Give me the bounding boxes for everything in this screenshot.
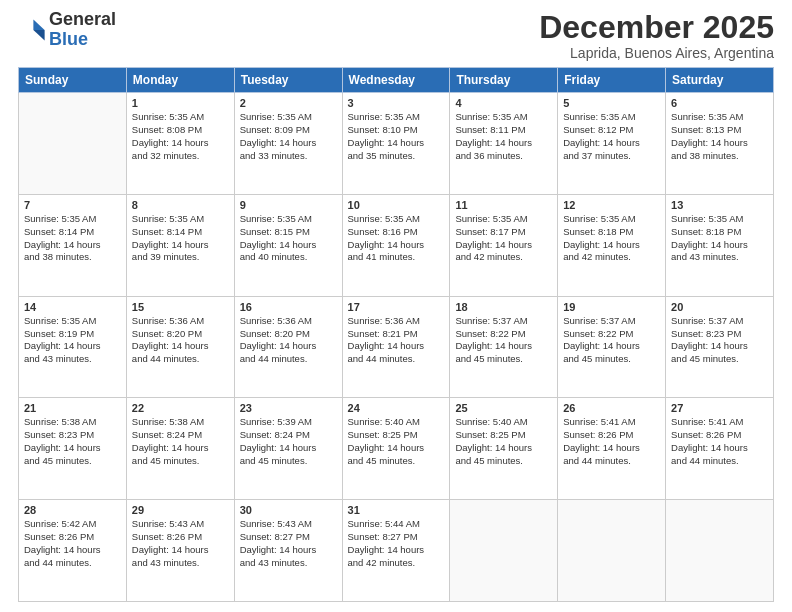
sunrise-text: Sunrise: 5:38 AM — [132, 416, 229, 429]
calendar-cell — [666, 500, 774, 602]
sunrise-text: Sunrise: 5:40 AM — [455, 416, 552, 429]
calendar-cell: 27Sunrise: 5:41 AMSunset: 8:26 PMDayligh… — [666, 398, 774, 500]
calendar-cell: 16Sunrise: 5:36 AMSunset: 8:20 PMDayligh… — [234, 296, 342, 398]
title-block: December 2025 Laprida, Buenos Aires, Arg… — [539, 10, 774, 61]
daylight-text: Daylight: 14 hours — [240, 544, 337, 557]
sunset-text: Sunset: 8:17 PM — [455, 226, 552, 239]
daylight-text: Daylight: 14 hours — [132, 137, 229, 150]
daylight-extra-text: and 39 minutes. — [132, 251, 229, 264]
daylight-text: Daylight: 14 hours — [24, 544, 121, 557]
day-number: 31 — [348, 504, 445, 516]
day-number: 16 — [240, 301, 337, 313]
daylight-text: Daylight: 14 hours — [455, 137, 552, 150]
weekday-header: Tuesday — [234, 68, 342, 93]
day-number: 10 — [348, 199, 445, 211]
sunrise-text: Sunrise: 5:35 AM — [671, 111, 768, 124]
calendar-cell: 24Sunrise: 5:40 AMSunset: 8:25 PMDayligh… — [342, 398, 450, 500]
calendar-cell — [19, 93, 127, 195]
calendar-cell: 2Sunrise: 5:35 AMSunset: 8:09 PMDaylight… — [234, 93, 342, 195]
sunrise-text: Sunrise: 5:38 AM — [24, 416, 121, 429]
day-number: 29 — [132, 504, 229, 516]
svg-marker-0 — [33, 19, 44, 30]
calendar-cell: 20Sunrise: 5:37 AMSunset: 8:23 PMDayligh… — [666, 296, 774, 398]
calendar-cell: 11Sunrise: 5:35 AMSunset: 8:17 PMDayligh… — [450, 194, 558, 296]
sunrise-text: Sunrise: 5:43 AM — [132, 518, 229, 531]
header: General Blue December 2025 Laprida, Buen… — [18, 10, 774, 61]
daylight-extra-text: and 45 minutes. — [24, 455, 121, 468]
sunrise-text: Sunrise: 5:44 AM — [348, 518, 445, 531]
daylight-text: Daylight: 14 hours — [455, 442, 552, 455]
sunset-text: Sunset: 8:27 PM — [240, 531, 337, 544]
day-number: 21 — [24, 402, 121, 414]
calendar-cell: 22Sunrise: 5:38 AMSunset: 8:24 PMDayligh… — [126, 398, 234, 500]
day-number: 11 — [455, 199, 552, 211]
calendar-week-row: 21Sunrise: 5:38 AMSunset: 8:23 PMDayligh… — [19, 398, 774, 500]
calendar-week-row: 28Sunrise: 5:42 AMSunset: 8:26 PMDayligh… — [19, 500, 774, 602]
daylight-extra-text: and 44 minutes. — [671, 455, 768, 468]
day-number: 28 — [24, 504, 121, 516]
weekday-header: Friday — [558, 68, 666, 93]
sunset-text: Sunset: 8:26 PM — [24, 531, 121, 544]
calendar-cell: 25Sunrise: 5:40 AMSunset: 8:25 PMDayligh… — [450, 398, 558, 500]
daylight-extra-text: and 42 minutes. — [455, 251, 552, 264]
sunrise-text: Sunrise: 5:35 AM — [132, 213, 229, 226]
calendar-cell: 26Sunrise: 5:41 AMSunset: 8:26 PMDayligh… — [558, 398, 666, 500]
sunset-text: Sunset: 8:26 PM — [671, 429, 768, 442]
day-number: 30 — [240, 504, 337, 516]
daylight-text: Daylight: 14 hours — [132, 239, 229, 252]
daylight-text: Daylight: 14 hours — [348, 137, 445, 150]
day-number: 15 — [132, 301, 229, 313]
sunrise-text: Sunrise: 5:36 AM — [348, 315, 445, 328]
weekday-header-row: SundayMondayTuesdayWednesdayThursdayFrid… — [19, 68, 774, 93]
sunrise-text: Sunrise: 5:35 AM — [240, 111, 337, 124]
day-number: 4 — [455, 97, 552, 109]
sunrise-text: Sunrise: 5:40 AM — [348, 416, 445, 429]
sunset-text: Sunset: 8:12 PM — [563, 124, 660, 137]
daylight-extra-text: and 45 minutes. — [455, 353, 552, 366]
daylight-extra-text: and 45 minutes. — [455, 455, 552, 468]
sunset-text: Sunset: 8:24 PM — [240, 429, 337, 442]
sunset-text: Sunset: 8:27 PM — [348, 531, 445, 544]
calendar-cell: 4Sunrise: 5:35 AMSunset: 8:11 PMDaylight… — [450, 93, 558, 195]
calendar-cell: 18Sunrise: 5:37 AMSunset: 8:22 PMDayligh… — [450, 296, 558, 398]
daylight-text: Daylight: 14 hours — [240, 239, 337, 252]
sunset-text: Sunset: 8:23 PM — [671, 328, 768, 341]
daylight-extra-text: and 43 minutes. — [671, 251, 768, 264]
sunset-text: Sunset: 8:20 PM — [132, 328, 229, 341]
day-number: 17 — [348, 301, 445, 313]
daylight-text: Daylight: 14 hours — [348, 544, 445, 557]
sunset-text: Sunset: 8:18 PM — [563, 226, 660, 239]
logo-text: General Blue — [49, 10, 116, 50]
daylight-text: Daylight: 14 hours — [132, 442, 229, 455]
sunset-text: Sunset: 8:18 PM — [671, 226, 768, 239]
sunrise-text: Sunrise: 5:35 AM — [563, 111, 660, 124]
daylight-extra-text: and 43 minutes. — [132, 557, 229, 570]
calendar-cell: 31Sunrise: 5:44 AMSunset: 8:27 PMDayligh… — [342, 500, 450, 602]
calendar-table: SundayMondayTuesdayWednesdayThursdayFrid… — [18, 67, 774, 602]
sunrise-text: Sunrise: 5:37 AM — [455, 315, 552, 328]
daylight-extra-text: and 44 minutes. — [348, 353, 445, 366]
day-number: 22 — [132, 402, 229, 414]
daylight-text: Daylight: 14 hours — [563, 137, 660, 150]
day-number: 26 — [563, 402, 660, 414]
calendar-cell: 10Sunrise: 5:35 AMSunset: 8:16 PMDayligh… — [342, 194, 450, 296]
daylight-extra-text: and 38 minutes. — [671, 150, 768, 163]
svg-marker-1 — [33, 30, 44, 41]
calendar-cell: 12Sunrise: 5:35 AMSunset: 8:18 PMDayligh… — [558, 194, 666, 296]
sunset-text: Sunset: 8:25 PM — [348, 429, 445, 442]
daylight-extra-text: and 45 minutes. — [671, 353, 768, 366]
weekday-header: Sunday — [19, 68, 127, 93]
daylight-text: Daylight: 14 hours — [563, 442, 660, 455]
calendar-cell: 15Sunrise: 5:36 AMSunset: 8:20 PMDayligh… — [126, 296, 234, 398]
calendar-cell: 23Sunrise: 5:39 AMSunset: 8:24 PMDayligh… — [234, 398, 342, 500]
daylight-extra-text: and 41 minutes. — [348, 251, 445, 264]
calendar-cell: 3Sunrise: 5:35 AMSunset: 8:10 PMDaylight… — [342, 93, 450, 195]
calendar-week-row: 7Sunrise: 5:35 AMSunset: 8:14 PMDaylight… — [19, 194, 774, 296]
day-number: 1 — [132, 97, 229, 109]
calendar-cell: 19Sunrise: 5:37 AMSunset: 8:22 PMDayligh… — [558, 296, 666, 398]
sunrise-text: Sunrise: 5:41 AM — [563, 416, 660, 429]
sunrise-text: Sunrise: 5:39 AM — [240, 416, 337, 429]
calendar-cell: 8Sunrise: 5:35 AMSunset: 8:14 PMDaylight… — [126, 194, 234, 296]
calendar-cell: 14Sunrise: 5:35 AMSunset: 8:19 PMDayligh… — [19, 296, 127, 398]
day-number: 7 — [24, 199, 121, 211]
